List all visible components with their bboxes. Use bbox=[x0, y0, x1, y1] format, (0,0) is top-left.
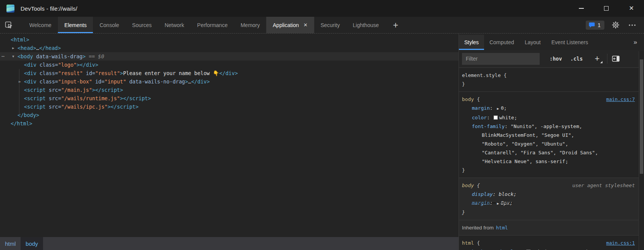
css-property-font-family[interactable]: font-family: "Nunito", -apple-system,Bli… bbox=[462, 122, 635, 166]
property-value[interactable]: block; bbox=[499, 191, 516, 197]
dom-tree-node[interactable]: ⋯▼<body data-wails-drag> == $0 bbox=[0, 52, 459, 61]
breadcrumb-body[interactable]: body bbox=[21, 237, 43, 250]
dom-tree-node[interactable]: <script src="/main.js"></script> bbox=[0, 86, 459, 94]
settings-gear-icon[interactable] bbox=[610, 19, 621, 31]
tab-security[interactable]: Security bbox=[314, 17, 347, 33]
css-property-color[interactable]: color: white; bbox=[462, 113, 635, 122]
rule-close-brace: } bbox=[462, 80, 635, 88]
styles-tab-styles[interactable]: Styles bbox=[459, 35, 484, 50]
dom-tree-node[interactable]: <html> bbox=[0, 35, 459, 44]
token-val: "/main.js" bbox=[61, 87, 92, 93]
dom-tree-node[interactable]: ▶<div class="input-box" id="input" data-… bbox=[0, 77, 459, 86]
rule-selector[interactable]: element.style bbox=[462, 72, 501, 78]
tab-memory[interactable]: Memory bbox=[234, 17, 267, 33]
dom-tree-node[interactable]: <div class="logo"></div> bbox=[0, 61, 459, 69]
more-options-icon[interactable] bbox=[626, 19, 638, 31]
minimize-button[interactable] bbox=[569, 0, 594, 17]
tab-network[interactable]: Network bbox=[158, 17, 190, 33]
token-b: > bbox=[83, 53, 86, 59]
tab-welcome[interactable]: Welcome bbox=[23, 17, 58, 33]
collapse-arrow-icon[interactable]: ▼ bbox=[12, 52, 14, 61]
stylesheet-link[interactable]: main.css:7 bbox=[606, 95, 635, 104]
close-button[interactable]: ✕ bbox=[619, 0, 644, 17]
issues-badge[interactable]: 1 bbox=[586, 21, 604, 30]
property-value[interactable]: 8px; bbox=[501, 200, 513, 206]
token-b: > bbox=[26, 37, 29, 43]
token-tag: head bbox=[45, 45, 58, 51]
token-tag: body bbox=[21, 53, 33, 59]
token-emoji: 👇 bbox=[213, 70, 219, 76]
inherited-element-link[interactable]: html bbox=[496, 225, 508, 231]
toggle-computed-sidebar-icon[interactable] bbox=[612, 56, 620, 62]
token-ell: … bbox=[36, 45, 39, 51]
close-tab-icon[interactable]: ✕ bbox=[304, 22, 308, 28]
property-name[interactable]: margin bbox=[472, 105, 490, 111]
tab-console[interactable]: Console bbox=[93, 17, 125, 33]
dom-tree-node[interactable]: </html> bbox=[0, 119, 459, 128]
token-tag: div bbox=[197, 79, 206, 85]
dom-tree-node[interactable]: ▶<head>…</head> bbox=[0, 44, 459, 52]
stylesheet-link[interactable]: main.css:1 bbox=[606, 239, 635, 247]
color-swatch[interactable] bbox=[494, 115, 498, 120]
property-name[interactable]: margin bbox=[472, 200, 490, 206]
expand-longhand-icon[interactable]: ▶ bbox=[497, 199, 499, 208]
property-text: font-family: "Nunito", -apple-system, bbox=[472, 123, 582, 129]
token-b: < bbox=[24, 70, 27, 76]
property-value[interactable]: "Nunito", -apple-system, bbox=[511, 123, 582, 129]
property-value: "Helvetica Neue", sans-serif; bbox=[482, 159, 568, 164]
expand-longhand-icon[interactable]: ▶ bbox=[497, 104, 499, 113]
expand-arrow-icon[interactable]: ▶ bbox=[12, 44, 14, 52]
property-value: "Cantarell", "Fira Sans", "Droid Sans", bbox=[482, 150, 598, 155]
css-property-margin[interactable]: margin: ▶0; bbox=[462, 104, 635, 113]
rule-selector[interactable]: body bbox=[462, 96, 474, 102]
property-name[interactable]: font-family bbox=[472, 123, 505, 129]
dom-tree-node[interactable]: <script src="/wails/runtime.js"></script… bbox=[0, 94, 459, 103]
tab-elements[interactable]: Elements bbox=[58, 17, 93, 33]
property-name[interactable]: display bbox=[472, 191, 493, 197]
dom-tree-node[interactable]: </body> bbox=[0, 111, 459, 119]
tab-sources[interactable]: Sources bbox=[126, 17, 158, 33]
styles-tab-event-listeners[interactable]: Event Listeners bbox=[546, 35, 594, 50]
rule-open-brace: { bbox=[474, 183, 480, 188]
css-property-margin[interactable]: margin: ▶8px; bbox=[462, 199, 635, 208]
tab-application[interactable]: Application✕ bbox=[266, 17, 314, 33]
tab-performance[interactable]: Performance bbox=[191, 17, 234, 33]
window-titlebar: DevTools - file://wails/ ✕ bbox=[0, 0, 644, 17]
add-tab-button[interactable]: + bbox=[385, 17, 406, 33]
maximize-button[interactable] bbox=[594, 0, 619, 17]
token-b: > bbox=[120, 87, 123, 93]
toggle-element-state-button[interactable]: :hov bbox=[550, 56, 562, 62]
property-value[interactable]: 0; bbox=[501, 105, 507, 111]
css-property-background-color[interactable]: background-color: rgba(33, 37, 43, 1); bbox=[462, 247, 635, 250]
inspect-element-button[interactable] bbox=[0, 17, 18, 33]
styles-tab-computed[interactable]: Computed bbox=[484, 35, 519, 50]
css-property-display[interactable]: display: block; bbox=[462, 190, 635, 199]
tab-label: Performance bbox=[197, 22, 228, 28]
rule-open-brace: { bbox=[474, 240, 480, 246]
tab-label: Sources bbox=[132, 22, 152, 28]
styles-tab-layout[interactable]: Layout bbox=[519, 35, 546, 50]
tab-label: Security bbox=[321, 22, 340, 28]
token-attr: class= bbox=[37, 79, 58, 85]
token-attr: id= bbox=[83, 70, 95, 76]
tab-lighthouse[interactable]: Lighthouse bbox=[346, 17, 385, 33]
dom-tree-node[interactable]: <script src="/wails/ipc.js"></script> bbox=[0, 103, 459, 111]
dom-breadcrumb: htmlbody bbox=[0, 237, 459, 250]
styles-scrollbar[interactable] bbox=[639, 51, 644, 250]
dom-tree-node[interactable]: <div class="result" id="result">Please e… bbox=[0, 69, 459, 77]
rule-selector[interactable]: body bbox=[462, 183, 474, 188]
toggle-classes-button[interactable]: .cls bbox=[570, 56, 583, 62]
breadcrumb-html[interactable]: html bbox=[0, 237, 21, 250]
property-value[interactable]: white; bbox=[499, 115, 517, 120]
rule-close-brace: } bbox=[462, 166, 635, 175]
token-tag: script bbox=[129, 95, 148, 101]
scrollbar-thumb[interactable] bbox=[640, 59, 643, 174]
styles-filter-input[interactable] bbox=[462, 53, 540, 65]
property-name[interactable]: color bbox=[472, 115, 487, 120]
token-tag: script bbox=[27, 95, 46, 101]
node-gutter-dots-icon[interactable]: ⋯ bbox=[2, 52, 5, 61]
new-style-rule-button[interactable]: + bbox=[593, 55, 602, 62]
tab-label: Console bbox=[99, 22, 119, 28]
more-sidebar-tabs-icon[interactable]: » bbox=[627, 35, 644, 50]
rule-selector[interactable]: html bbox=[462, 240, 474, 246]
